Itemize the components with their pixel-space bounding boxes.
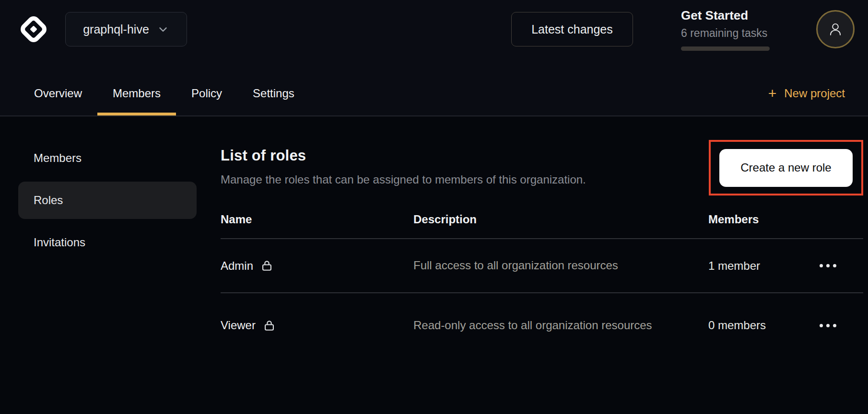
tab-overview-label: Overview [34,87,82,100]
user-icon [827,21,844,37]
role-name: Admin [221,259,253,273]
tab-members-label: Members [113,87,161,100]
sidebar-item-members[interactable]: Members [18,139,197,177]
tab-settings[interactable]: Settings [237,71,310,115]
latest-changes-button[interactable]: Latest changes [511,12,633,46]
plus-icon: + [768,86,777,101]
table-header-row: Name Description Members [221,201,863,239]
tab-policy[interactable]: Policy [176,71,237,115]
get-started-title: Get Started [681,8,770,23]
ellipsis-menu-icon[interactable] [819,319,837,332]
lock-icon [263,319,276,332]
annotation-highlight-box: Create a new role [709,140,863,196]
table-row-viewer: Viewer Read-only access to all organizat… [221,293,863,357]
table-row-admin: Admin Full access to all organization re… [221,239,863,293]
hive-logo-icon[interactable] [18,14,49,45]
new-project-button[interactable]: + New project [768,71,845,115]
chevron-down-icon [157,23,169,35]
org-tab-bar: Overview Members Policy Settings + New p… [0,58,868,115]
tab-policy-label: Policy [191,87,222,100]
role-name: Viewer [221,319,256,332]
column-header-name: Name [221,213,413,226]
sidebar-item-members-label: Members [34,151,82,165]
role-members-count: 0 members [708,319,819,332]
new-project-label: New project [784,87,845,100]
role-description: Full access to all organization resource… [413,256,665,275]
org-selector-dropdown[interactable]: graphql-hive [65,12,187,46]
sidebar-item-roles[interactable]: Roles [18,182,197,219]
tab-overview[interactable]: Overview [19,71,97,115]
role-members-count: 1 member [708,259,819,273]
column-header-members: Members [708,213,819,226]
tabs: Overview Members Policy Settings [19,71,310,115]
header: graphql-hive Latest changes Get Started … [0,0,868,58]
get-started-widget[interactable]: Get Started 6 remaining tasks [681,8,770,51]
get-started-progress-bar [681,46,770,51]
roles-table: Name Description Members Admin Full acce… [221,201,863,357]
get-started-remaining-tasks: 6 remaining tasks [681,27,770,40]
ellipsis-menu-icon[interactable] [819,259,837,272]
hive-logo-icon [18,14,49,45]
sidebar-item-invitations-label: Invitations [34,236,85,249]
tab-members[interactable]: Members [97,71,176,115]
create-new-role-label: Create a new role [740,161,831,174]
user-avatar-button[interactable] [816,10,855,48]
role-description: Read-only access to all organization res… [413,316,665,334]
column-header-description: Description [413,213,708,226]
org-selector-label: graphql-hive [83,23,149,36]
latest-changes-label: Latest changes [531,23,613,36]
tab-settings-label: Settings [253,87,294,100]
content: Members Roles Invitations List of roles … [0,116,868,357]
sidebar-item-invitations[interactable]: Invitations [18,224,197,261]
lock-icon [260,259,273,272]
create-new-role-button[interactable]: Create a new role [719,149,853,187]
roles-panel: List of roles Manage the roles that can … [197,116,868,357]
members-sidebar: Members Roles Invitations [0,116,197,261]
top-section: graphql-hive Latest changes Get Started … [0,0,868,116]
sidebar-item-roles-label: Roles [34,194,63,207]
